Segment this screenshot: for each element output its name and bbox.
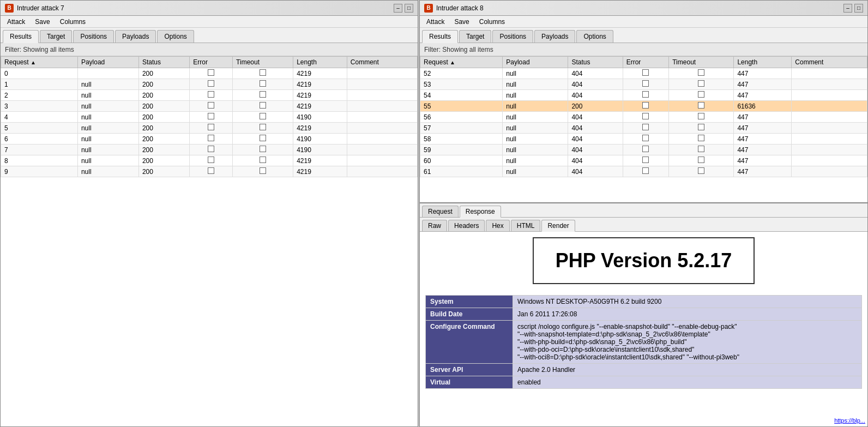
table-row[interactable]: 1 null 200 4219 — [1, 79, 418, 90]
inner-tab-response-8[interactable]: Response — [460, 206, 501, 218]
cell-timeout — [233, 90, 293, 101]
col-header-payload-8[interactable]: Payload — [503, 57, 568, 68]
cell-timeout — [669, 68, 734, 79]
table-row[interactable]: 57 null 404 447 — [420, 123, 867, 134]
tab-target-7[interactable]: Target — [40, 30, 72, 43]
cell-error — [190, 68, 233, 79]
cell-comment — [792, 155, 867, 166]
col-header-status-7[interactable]: Status — [138, 57, 189, 68]
cell-request: 8 — [1, 155, 78, 166]
minimize-button-8[interactable]: – — [843, 4, 852, 13]
cell-payload: null — [77, 90, 138, 101]
menu-save-7[interactable]: Save — [31, 17, 54, 27]
status-link[interactable]: https://blp... — [834, 417, 865, 424]
tab-target-8[interactable]: Target — [459, 30, 491, 43]
cell-length: 4219 — [293, 79, 347, 90]
cell-request: 59 — [420, 145, 503, 155]
cell-status: 200 — [138, 79, 189, 90]
cell-request: 3 — [1, 101, 78, 112]
table-row[interactable]: 6 null 200 4190 — [1, 134, 418, 145]
menu-bar-8: Attack Save Columns — [420, 16, 867, 28]
menu-columns-8[interactable]: Columns — [475, 17, 509, 27]
menu-attack-8[interactable]: Attack — [422, 17, 449, 27]
col-header-error-7[interactable]: Error — [190, 57, 233, 68]
tab-options-7[interactable]: Options — [157, 30, 194, 43]
table-row[interactable]: 53 null 404 447 — [420, 79, 867, 90]
table-row[interactable]: 2 null 200 4219 — [1, 90, 418, 101]
tab-results-7[interactable]: Results — [3, 30, 39, 43]
render-tab-render-8[interactable]: Render — [541, 220, 575, 232]
cell-length: 4190 — [293, 112, 347, 123]
minimize-button-7[interactable]: – — [394, 4, 402, 13]
cell-request: 57 — [420, 123, 503, 134]
render-tab-raw-8[interactable]: Raw — [422, 220, 447, 231]
cell-comment — [792, 145, 867, 155]
table-row[interactable]: 61 null 404 447 — [420, 166, 867, 177]
cell-status: 404 — [568, 134, 623, 145]
render-tab-html-8[interactable]: HTML — [511, 220, 541, 231]
render-tab-headers-8[interactable]: Headers — [448, 220, 485, 231]
table-row[interactable]: 56 null 404 447 — [420, 112, 867, 123]
cell-request: 56 — [420, 112, 503, 123]
table-row[interactable]: 52 null 404 447 — [420, 68, 867, 79]
tab-options-8[interactable]: Options — [576, 30, 613, 43]
table-row[interactable]: 58 null 404 447 — [420, 134, 867, 145]
table-row[interactable]: 54 null 404 447 — [420, 90, 867, 101]
cell-status: 404 — [568, 155, 623, 166]
tab-results-8[interactable]: Results — [422, 30, 458, 43]
cell-error — [623, 145, 669, 155]
table-row[interactable]: 7 null 200 4190 — [1, 145, 418, 155]
cell-error — [623, 112, 669, 123]
cell-error — [623, 166, 669, 177]
col-header-length-8[interactable]: Length — [734, 57, 792, 68]
cell-timeout — [669, 112, 734, 123]
table-row[interactable]: 59 null 404 447 — [420, 145, 867, 155]
cell-payload: null — [77, 166, 138, 177]
col-header-timeout-8[interactable]: Timeout — [669, 57, 734, 68]
col-header-timeout-7[interactable]: Timeout — [233, 57, 293, 68]
col-header-status-8[interactable]: Status — [568, 57, 623, 68]
col-header-comment-7[interactable]: Comment — [347, 57, 417, 68]
tab-payloads-7[interactable]: Payloads — [115, 30, 156, 43]
tab-positions-7[interactable]: Positions — [73, 30, 114, 43]
php-info-label: Virtual — [426, 376, 513, 389]
menu-columns-7[interactable]: Columns — [56, 17, 90, 27]
table-row[interactable]: 9 null 200 4219 — [1, 166, 418, 177]
php-info-row: Virtual enabled — [426, 376, 862, 389]
php-info-row: Server API Apache 2.0 Handler — [426, 364, 862, 376]
cell-comment — [792, 68, 867, 79]
cell-comment — [347, 134, 417, 145]
col-header-length-7[interactable]: Length — [293, 57, 347, 68]
menu-attack-7[interactable]: Attack — [3, 17, 29, 27]
cell-payload: null — [77, 123, 138, 134]
php-info-value: cscript /nologo configure.js "--enable-s… — [513, 321, 862, 364]
table-row[interactable]: 3 null 200 4219 — [1, 101, 418, 112]
render-tab-hex-8[interactable]: Hex — [486, 220, 509, 231]
inner-tab-request-8[interactable]: Request — [422, 206, 459, 217]
cell-length: 447 — [734, 145, 792, 155]
maximize-button-7[interactable]: □ — [405, 4, 413, 13]
cell-error — [190, 166, 233, 177]
cell-timeout — [669, 166, 734, 177]
col-header-request-7[interactable]: Request ▲ — [1, 57, 78, 68]
cell-request: 1 — [1, 79, 78, 90]
table-row[interactable]: 5 null 200 4219 — [1, 123, 418, 134]
col-header-error-8[interactable]: Error — [623, 57, 669, 68]
col-header-payload-7[interactable]: Payload — [77, 57, 138, 68]
maximize-button-8[interactable]: □ — [854, 4, 863, 13]
table-row[interactable]: 60 null 404 447 — [420, 155, 867, 166]
col-header-comment-8[interactable]: Comment — [792, 57, 867, 68]
cell-request: 6 — [1, 134, 78, 145]
cell-comment — [792, 134, 867, 145]
col-header-request-8[interactable]: Request ▲ — [420, 57, 503, 68]
cell-length: 4190 — [293, 134, 347, 145]
tab-payloads-8[interactable]: Payloads — [534, 30, 575, 43]
table-row[interactable]: 55 null 200 61636 — [420, 101, 867, 112]
cell-status: 200 — [138, 68, 189, 79]
table-row[interactable]: 0 200 4219 — [1, 68, 418, 79]
tab-positions-8[interactable]: Positions — [492, 30, 533, 43]
menu-save-8[interactable]: Save — [450, 17, 473, 27]
table-row[interactable]: 4 null 200 4190 — [1, 112, 418, 123]
table-row[interactable]: 8 null 200 4219 — [1, 155, 418, 166]
cell-timeout — [669, 101, 734, 112]
